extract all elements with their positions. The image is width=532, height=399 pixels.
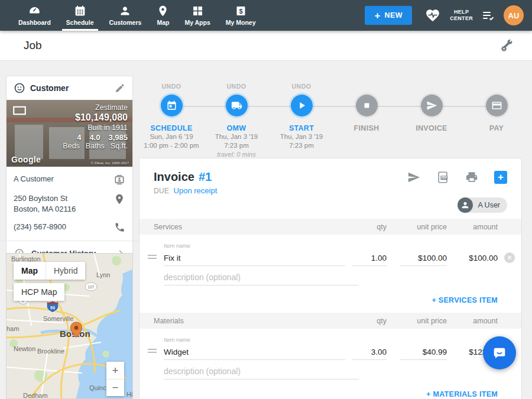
- map-zoom-control: + −: [106, 362, 124, 396]
- pdf-icon[interactable]: PDF: [436, 171, 449, 184]
- map-label-hingham: Hi: [126, 391, 132, 398]
- col-qty: qty: [352, 317, 387, 325]
- person-icon: [119, 5, 131, 17]
- property-photo: Zestimate $10,149,080 Built in 1911 4 4.…: [7, 100, 132, 167]
- remove-item-icon[interactable]: ×: [504, 252, 515, 263]
- omw-step-button[interactable]: [226, 95, 248, 116]
- heart-pulse-icon[interactable]: [425, 8, 440, 23]
- contact-card-icon[interactable]: [113, 174, 125, 186]
- timeline-step-finish: FINISH: [334, 83, 399, 132]
- map-label-somerville: Somerville: [43, 315, 73, 322]
- street-view-icon[interactable]: [12, 106, 27, 115]
- baths-label: Baths: [86, 142, 105, 150]
- nav-item-my-money[interactable]: $ My Money: [218, 0, 264, 31]
- customer-phone-row: (234) 567-8900: [14, 222, 125, 233]
- customer-card-header: Customer: [7, 76, 132, 100]
- tasks-icon[interactable]: [481, 8, 495, 22]
- nav-item-map[interactable]: Map: [149, 0, 177, 31]
- customer-card: Customer Zestimate $10,149,080 Built in …: [6, 76, 133, 265]
- add-invoice-button[interactable]: +: [494, 171, 507, 184]
- material-price-input[interactable]: [400, 346, 447, 360]
- services-item-row: Item name $100.00 × + SERVICES ITEM: [140, 235, 521, 313]
- route-107-shield: 107: [88, 285, 95, 289]
- drag-handle-icon[interactable]: [148, 253, 160, 266]
- customer-card-title: Customer: [30, 83, 115, 93]
- help-center-link[interactable]: HELP CENTER: [450, 9, 473, 22]
- service-qty-input[interactable]: [352, 252, 387, 266]
- stop-icon: [361, 100, 372, 111]
- map-type-control: Map Hybrid: [14, 262, 85, 280]
- zestimate-label: Zestimate: [63, 103, 128, 112]
- address-line2: Boston, MA 02116: [14, 205, 76, 213]
- phone-icon[interactable]: [114, 222, 125, 233]
- job-tools-icon[interactable]: [500, 38, 514, 53]
- svg-text:$: $: [239, 8, 242, 15]
- timeline-step-invoice: INVOICE: [399, 83, 464, 132]
- chat-bubble-button[interactable]: [483, 336, 516, 369]
- invoice-step-button[interactable]: [421, 95, 443, 116]
- add-services-item-link[interactable]: + SERVICES ITEM: [432, 296, 498, 304]
- schedule-step-button[interactable]: [161, 95, 183, 116]
- zillow-copyright: © Zillow, Inc. 2006-2017: [91, 161, 129, 165]
- baths-value: 4.0: [89, 133, 100, 142]
- undo-link[interactable]: UNDO: [139, 83, 204, 92]
- invoice-card: Invoice #1 PDF + DUE Upon rece: [139, 158, 522, 399]
- apps-grid-icon: [192, 5, 204, 17]
- col-amount: amount: [456, 317, 498, 325]
- service-description-input[interactable]: [164, 271, 359, 286]
- material-name-input[interactable]: [164, 346, 345, 360]
- truck-icon: [231, 100, 242, 111]
- col-amount: amount: [456, 223, 498, 231]
- col-qty: qty: [352, 223, 387, 231]
- user-avatar[interactable]: AU: [504, 5, 524, 25]
- plus-icon: +: [375, 11, 381, 21]
- built-year: Built in 1911: [63, 124, 128, 132]
- zestimate-value: $10,149,080: [63, 112, 128, 123]
- undo-link[interactable]: UNDO: [204, 83, 269, 92]
- map-pin-icon: [157, 5, 169, 17]
- service-price-input[interactable]: [400, 252, 447, 266]
- map-label-dedham: Dedham: [23, 392, 48, 399]
- start-step-button[interactable]: [291, 95, 313, 116]
- nav-item-customers[interactable]: Customers: [102, 0, 150, 31]
- hybrid-button[interactable]: Hybrid: [46, 262, 85, 280]
- assignee-pill[interactable]: A User: [458, 197, 507, 213]
- timeline-step-omw: UNDO OMW Thu, Jan 3 '19 7:23 pm travel: …: [204, 83, 269, 158]
- send-invoice-icon[interactable]: [407, 171, 420, 184]
- due-value-link[interactable]: Upon receipt: [174, 186, 218, 195]
- nav-label: Customers: [109, 19, 142, 26]
- google-watermark: Google: [11, 155, 41, 164]
- finish-step-button[interactable]: [356, 95, 378, 116]
- material-qty-input[interactable]: [352, 346, 387, 360]
- nav-item-schedule[interactable]: Schedule: [59, 0, 102, 31]
- send-icon: [426, 100, 437, 111]
- hcp-map-button[interactable]: HCP Map: [14, 283, 64, 301]
- materials-item-row: Item name $122.97 + MATERIALS ITEM: [140, 329, 521, 399]
- drag-handle-icon[interactable]: [148, 347, 160, 360]
- item-name-label: Item name: [164, 336, 345, 343]
- nav-item-my-apps[interactable]: My Apps: [177, 0, 218, 31]
- address-line1: 250 Boylston St: [14, 194, 67, 203]
- zoom-out-button[interactable]: −: [106, 379, 124, 396]
- customer-face-icon: [14, 82, 25, 94]
- new-button[interactable]: + NEW: [365, 6, 412, 25]
- edit-pencil-icon[interactable]: [115, 83, 125, 93]
- undo-link[interactable]: UNDO: [269, 83, 334, 92]
- due-label: DUE: [154, 187, 169, 195]
- location-pin-icon[interactable]: [113, 193, 125, 205]
- nav-item-dashboard[interactable]: Dashboard: [11, 0, 59, 31]
- svg-text:PDF: PDF: [442, 176, 447, 179]
- invoice-number[interactable]: #1: [199, 170, 212, 184]
- timeline-step-schedule: UNDO SCHEDULE Sun, Jan 6 '19 1:00 pm - 2…: [139, 83, 204, 150]
- material-description-input[interactable]: [164, 365, 359, 379]
- print-icon[interactable]: [465, 171, 478, 184]
- chat-icon: [491, 345, 508, 361]
- nav-label: Map: [157, 19, 169, 26]
- nav-label: Dashboard: [18, 19, 51, 26]
- map-button[interactable]: Map: [14, 262, 46, 280]
- zoom-in-button[interactable]: +: [106, 362, 124, 379]
- services-header: Services qty unit price amount: [140, 219, 521, 235]
- pay-step-button[interactable]: [486, 95, 508, 116]
- add-materials-item-link[interactable]: + MATERIALS ITEM: [426, 390, 498, 398]
- service-name-input[interactable]: [164, 252, 345, 266]
